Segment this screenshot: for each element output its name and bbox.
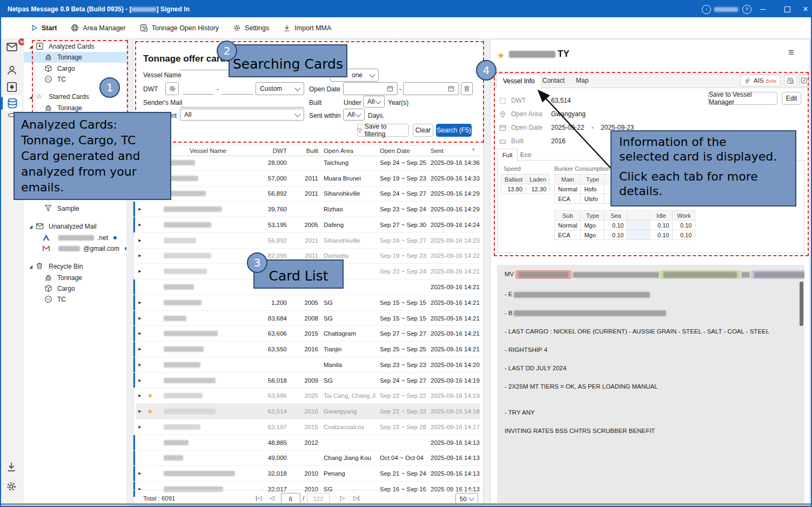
dwt-preset-select[interactable]: Custom xyxy=(256,82,304,95)
table-row[interactable]: 49,000Chang Jiang KouOct 04 ~ Oct 042025… xyxy=(136,451,480,466)
expand-arrow-icon[interactable]: ▶ xyxy=(136,254,144,258)
next-page-button[interactable]: ▷ xyxy=(340,495,345,502)
mail-account-select[interactable]: All xyxy=(180,109,304,121)
table-row[interactable]: 48,88520122025-09-16 14:13 xyxy=(136,435,480,451)
table-row[interactable]: 28,000TaichungSep 24 ~ Sep 252025-09-16 … xyxy=(136,155,480,171)
star-icon[interactable]: ★ xyxy=(144,408,156,415)
history-button[interactable] xyxy=(784,75,797,86)
expand-arrow-icon[interactable]: ▶ xyxy=(136,363,144,367)
page-size-select[interactable]: 50 xyxy=(455,493,478,504)
table-row[interactable]: ▶63,6062015ChattagramSep 27 ~ Sep 272025… xyxy=(136,326,480,342)
account-chip[interactable]: ◦ xyxy=(702,1,738,17)
expand-arrow-icon[interactable]: ▶ xyxy=(136,207,144,211)
table-row[interactable]: ▶★63,6862025Tai Cang, Chang Jia...Sep 22… xyxy=(136,388,480,404)
expand-arrow-icon[interactable]: ▶ xyxy=(136,223,144,227)
clear-button[interactable]: Clear xyxy=(413,124,433,137)
help-button[interactable]: ? xyxy=(737,1,756,17)
area-manager-button[interactable]: Area Manager xyxy=(71,24,125,32)
minimize-button[interactable] xyxy=(754,1,772,17)
tab-contact[interactable]: Contact xyxy=(536,74,571,88)
senders-mail-input[interactable] xyxy=(180,96,304,108)
table-row[interactable]: ▶39,760RizhaoSep 23 ~ Sep 242025-09-16 1… xyxy=(136,202,480,217)
column-open-area[interactable]: Open Area xyxy=(319,148,375,154)
table-row[interactable]: ▶ManilaSep 23 ~ Sep 232025-09-16 14:20 xyxy=(136,357,480,373)
table-row[interactable]: 56,8922011SihanohkvilleSep 24 ~ Sep 2720… xyxy=(136,186,480,202)
sidebar-item-tonnage[interactable]: Tonnage xyxy=(24,52,126,63)
settings-button[interactable]: Settings xyxy=(233,24,269,32)
clear-dates-button[interactable] xyxy=(461,82,473,95)
open-date-to-input[interactable] xyxy=(403,82,459,95)
sidebar-item-recycle-cargo[interactable]: Cargo xyxy=(24,283,126,294)
sidebar-item-sample[interactable]: Sample xyxy=(24,203,126,214)
expand-caret-icon[interactable]: ◢ xyxy=(29,264,35,269)
dwt-min-input[interactable] xyxy=(183,83,214,95)
table-row[interactable]: ▶83,6842008SGSep 15 ~ Sep 152025-09-16 1… xyxy=(136,311,480,326)
tab-map[interactable]: Map xyxy=(569,74,595,88)
expand-arrow-icon[interactable]: ▶ xyxy=(136,425,144,429)
edit-button[interactable]: Edit xyxy=(782,92,801,105)
sidebar-item-cargo[interactable]: Cargo xyxy=(24,63,126,74)
close-button[interactable]: × xyxy=(796,1,812,17)
expand-caret-icon[interactable]: ◢ xyxy=(29,44,35,49)
sort-icon[interactable]: ▼ xyxy=(472,148,475,151)
table-row[interactable]: 57,0002011Muara BruneiSep 19 ~ Sep 23202… xyxy=(136,171,480,186)
last-page-button[interactable]: ▷| xyxy=(353,495,359,502)
save-to-vessel-manager-button[interactable]: Save to Vessel Manager xyxy=(708,92,777,105)
table-row[interactable]: ▶58,0182009SGSep 24 ~ Sep 272025-09-16 1… xyxy=(136,373,480,389)
download-rail-button[interactable] xyxy=(6,462,19,475)
expand-arrow-icon[interactable]: ▶ xyxy=(136,301,144,305)
table-row[interactable]: ▶56,8922011SihanohkvilleSep 24 ~ Sep 272… xyxy=(136,233,480,249)
star-icon[interactable]: ★ xyxy=(144,392,156,399)
table-row[interactable]: ▶63,1972015CoatzacoalcosSep 22 ~ Sep 282… xyxy=(136,419,480,435)
tab-eco[interactable]: Eco xyxy=(516,149,535,161)
dwt-max-input[interactable] xyxy=(222,83,253,95)
tab-vessel-info[interactable]: Vessel Info xyxy=(496,74,542,88)
open-date-from-input[interactable] xyxy=(343,82,398,95)
expand-arrow-icon[interactable]: ▶ xyxy=(136,347,144,351)
first-page-button[interactable]: |◁ xyxy=(256,495,261,502)
expand-arrow-icon[interactable]: ▶ xyxy=(136,393,144,398)
sidebar-item-mail-account-1[interactable]: .net xyxy=(24,232,126,243)
tab-full[interactable]: Full xyxy=(497,149,518,161)
save-to-filtering-button[interactable]: ▽Save to filtering xyxy=(357,124,409,137)
expand-caret-icon[interactable]: ◢ xyxy=(29,95,35,99)
expand-caret-icon[interactable]: ◢ xyxy=(29,224,35,229)
panel-menu-button[interactable]: ≡ xyxy=(788,47,794,58)
mail-nav-button[interactable]: N xyxy=(6,41,19,54)
email-body[interactable]: MV - E- B- LAST CARGO : NICKEL ORE (CURR… xyxy=(497,265,804,504)
prev-page-button[interactable]: ◁ xyxy=(270,495,274,502)
table-row[interactable]: ▶1,2002005SGSep 15 ~ Sep 152025-09-16 14… xyxy=(136,295,480,311)
expand-arrow-icon[interactable]: ▶ xyxy=(136,378,144,383)
sidebar-group-recycle-bin[interactable]: ◢ Recycle Bin xyxy=(24,261,126,272)
column-open-date[interactable]: Open Date xyxy=(375,148,426,154)
import-mma-button[interactable]: Import MMA xyxy=(283,24,331,32)
table-row[interactable]: ▶32,0182010PenangSep 21 ~ Sep 242025-09-… xyxy=(136,466,480,482)
column-dwt[interactable]: DWT xyxy=(260,148,288,154)
tonnage-open-history-button[interactable]: Tonnage Open History xyxy=(140,24,219,32)
sidebar-item-recycle-tonnage[interactable]: Tonnage xyxy=(24,272,126,283)
expand-arrow-icon[interactable]: ▶ xyxy=(136,269,144,273)
column-vessel-name[interactable]: Vessel Name xyxy=(156,148,260,154)
start-button[interactable]: Start xyxy=(31,24,57,32)
ais-button[interactable]: AISBeta xyxy=(740,75,781,86)
analyzed-cards-nav-selected[interactable] xyxy=(3,95,22,111)
expand-arrow-icon[interactable]: ▶ xyxy=(136,331,144,336)
table-row[interactable]: ▶63,5502016TianjinSep 25 ~ Sep 252025-09… xyxy=(136,342,480,357)
expand-arrow-icon[interactable]: ▶ xyxy=(136,471,144,476)
cards-nav-button[interactable] xyxy=(6,81,19,94)
settings-rail-button[interactable] xyxy=(6,481,19,494)
favorite-star-icon[interactable]: ★ xyxy=(497,50,505,61)
expand-arrow-icon[interactable]: ▶ xyxy=(136,238,144,243)
sidebar-group-unanalyzed-mail[interactable]: ◢ Unanalyzed Mail xyxy=(24,221,126,232)
contacts-nav-button[interactable] xyxy=(6,64,19,77)
sidebar-item-recycle-tc[interactable]: TC TC xyxy=(24,294,126,305)
open-external-button[interactable] xyxy=(799,75,809,86)
built-under-select[interactable]: All xyxy=(363,96,385,108)
dwt-settings-button[interactable] xyxy=(165,82,179,95)
sidebar-item-mail-account-2[interactable]: @gmail.com xyxy=(24,243,126,254)
expand-arrow-icon[interactable]: ▶ xyxy=(136,409,144,413)
sidebar-group-analyzed-cards[interactable]: ◢ Analyzed Cards xyxy=(24,41,126,52)
sent-within-select[interactable]: All xyxy=(343,109,365,121)
table-row[interactable]: ▶★63,5142016GwangyangSep 22 ~ Sep 232025… xyxy=(136,404,480,419)
table-row[interactable]: ▶53,1952005DafengSep 27 ~ Sep 302025-09-… xyxy=(136,217,480,233)
